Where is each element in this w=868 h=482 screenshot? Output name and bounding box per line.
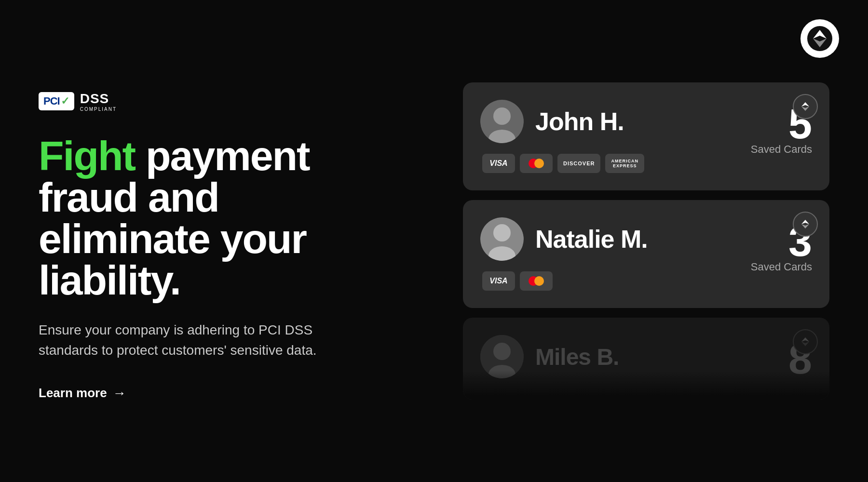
learn-more-arrow-icon: → [113, 386, 126, 401]
mc-orange-circle [534, 159, 544, 168]
learn-more-link[interactable]: Learn more → [39, 386, 366, 401]
user-info-natalie: Natalie M. [480, 217, 648, 261]
user-name-miles: Miles B. [535, 344, 619, 370]
lock-icon-miles [793, 329, 818, 354]
user-card-john: John H. VISA DISCOVER [463, 82, 829, 190]
lock-icon-john [793, 94, 818, 119]
amex-badge-john: AMERICANEXPRESS [605, 154, 644, 173]
pci-text: PCI [43, 95, 60, 107]
pci-check-icon: ✓ [61, 95, 69, 107]
avatar-natalie [480, 217, 524, 261]
mc-badge-john [520, 154, 553, 173]
dss-label: DSS [80, 91, 117, 107]
card-left-john: John H. VISA DISCOVER [480, 100, 644, 173]
headline: Fight payment fraud and eliminate your l… [39, 135, 366, 301]
lock-icon-natalie [793, 212, 818, 237]
dss-block: DSS COMPLIANT [80, 91, 117, 112]
saved-label-john: Saved Cards [751, 143, 812, 156]
user-name-natalie: Natalie M. [535, 225, 648, 254]
card-left-natalie: Natalie M. VISA [480, 217, 648, 291]
card-badges-john: VISA DISCOVER AMERICANEXPRESS [482, 154, 644, 173]
compliant-label: COMPLIANT [80, 107, 117, 112]
mc-badge-natalie [520, 271, 553, 291]
svg-point-5 [493, 224, 511, 241]
amex-text: AMERICANEXPRESS [611, 159, 638, 169]
visa-badge-natalie: VISA [482, 271, 515, 291]
user-info-john: John H. [480, 100, 644, 143]
card-badges-natalie: VISA [482, 271, 648, 291]
reflection-overlay [463, 371, 829, 400]
saved-label-natalie: Saved Cards [751, 261, 812, 273]
svg-point-8 [493, 343, 511, 360]
pci-box: PCI ✓ [39, 92, 74, 110]
user-card-miles: Miles B. 8 [463, 318, 829, 400]
right-panel: John H. VISA DISCOVER [444, 0, 868, 482]
subtext: Ensure your company is adhering to PCI D… [39, 320, 318, 361]
avatar-john [480, 100, 524, 143]
user-name-john: John H. [535, 107, 624, 136]
visa-text: VISA [489, 159, 507, 168]
pci-badge: PCI ✓ DSS COMPLIANT [39, 91, 366, 112]
visa-text-natalie: VISA [489, 277, 507, 285]
headline-highlight: Fight [39, 133, 135, 179]
visa-badge-john: VISA [482, 154, 515, 173]
svg-point-2 [493, 107, 511, 125]
discover-text: DISCOVER [563, 161, 595, 166]
learn-more-text: Learn more [39, 386, 107, 401]
mc-orange-circle-natalie [534, 276, 544, 286]
user-card-natalie: Natalie M. VISA 3 Saved Cards [463, 200, 829, 308]
discover-badge-john: DISCOVER [557, 154, 600, 173]
left-panel: PCI ✓ DSS COMPLIANT Fight payment fraud … [39, 0, 366, 482]
